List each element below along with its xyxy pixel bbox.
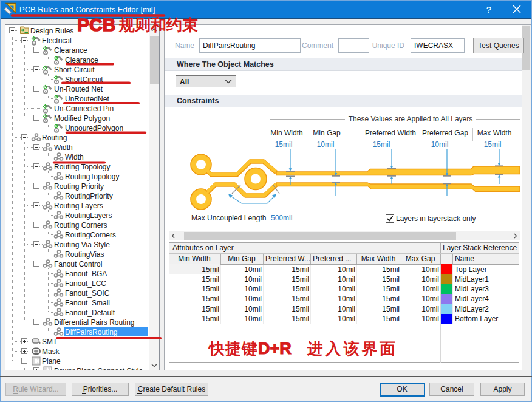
svg-text:IWECRASX: IWECRASX [414,41,453,50]
svg-text:10mil: 10mil [244,275,262,284]
svg-text:10mil: 10mil [244,305,262,313]
svg-text:OK: OK [397,385,407,393]
svg-text:Mask: Mask [42,347,60,356]
svg-text:D+R: D+R [258,339,292,358]
svg-text:10mil: 10mil [421,285,439,293]
svg-text:10mil: 10mil [421,295,439,303]
svg-text:Routing: Routing [42,134,67,142]
svg-text:Comment: Comment [302,41,334,50]
svg-text:Fanout_SOIC: Fanout_SOIC [65,289,110,298]
svg-text:Constraints: Constraints [177,97,219,105]
svg-text:15mil: 15mil [275,140,293,149]
svg-text:SMT: SMT [42,338,58,346]
svg-text:15mil: 15mil [202,265,219,274]
svg-text:15mil: 15mil [202,285,219,293]
svg-text:15mil: 15mil [292,285,309,293]
svg-text:Preferred Width: Preferred Width [365,129,416,137]
svg-text:15mil: 15mil [292,275,309,284]
svg-text:进入该界面: 进入该界面 [307,339,398,358]
svg-text:15mil: 15mil [382,295,400,303]
svg-text:Width: Width [65,153,84,162]
svg-text:Priorities...: Priorities... [83,385,118,393]
svg-text:15mil: 15mil [292,315,309,323]
svg-text:DiffPairsRouting: DiffPairsRouting [65,328,117,336]
svg-text:Preferred ...: Preferred ... [313,254,351,263]
svg-text:Name: Name [175,41,194,50]
svg-text:All: All [180,78,189,86]
svg-text:15mil: 15mil [292,265,309,274]
svg-text:Max Width: Max Width [361,254,396,263]
svg-text:10mil: 10mil [338,275,355,284]
svg-text:15mil: 15mil [202,295,219,303]
svg-text:Width: Width [54,143,73,152]
svg-text:10mil: 10mil [244,265,262,274]
svg-text:Design Rules: Design Rules [30,27,73,35]
svg-text:Min Gap: Min Gap [313,129,341,137]
svg-text:15mil: 15mil [382,275,400,284]
svg-text:Cancel: Cancel [440,385,463,393]
svg-text:MidLayer2: MidLayer2 [455,305,489,313]
svg-text:Layers in layerstack only: Layers in layerstack only [396,214,476,223]
svg-text:Attributes on Layer: Attributes on Layer [172,244,234,252]
svg-text:PCB Rules and Constraints Edit: PCB Rules and Constraints Editor [mil] [19,5,155,14]
svg-text:10mil: 10mil [421,275,439,284]
svg-text:Layer Stack Reference: Layer Stack Reference [443,244,517,252]
svg-text:10mil: 10mil [317,140,335,149]
svg-text:Fanout_BGA: Fanout_BGA [65,270,107,278]
svg-text:Fanout_Small: Fanout_Small [65,299,110,307]
svg-text:RoutingPriority: RoutingPriority [65,192,113,200]
svg-text:Max Uncoupled Length: Max Uncoupled Length [191,214,266,222]
svg-text:Test Queries: Test Queries [478,41,519,50]
svg-text:规则和约束: 规则和约束 [118,16,199,34]
svg-text:RoutingCorners: RoutingCorners [65,231,116,239]
svg-text:Electrical: Electrical [42,36,72,45]
svg-text:Apply: Apply [493,385,511,393]
svg-text:Bottom Layer: Bottom Layer [455,315,498,323]
svg-text:Create Default Rules: Create Default Rules [138,385,205,393]
svg-text:10mil: 10mil [421,305,439,313]
svg-text:PCB: PCB [77,15,115,35]
svg-text:快捷键: 快捷键 [208,339,258,358]
svg-text:Clearance: Clearance [54,46,87,55]
svg-text:15mil: 15mil [382,305,400,313]
svg-text:Rule Wizard...: Rule Wizard... [13,385,58,393]
svg-text:500mil: 500mil [271,214,292,222]
svg-text:UnpouredPolygon: UnpouredPolygon [65,124,123,132]
svg-text:Name: Name [455,254,474,263]
svg-text:Max Gap: Max Gap [406,254,435,263]
svg-text:10mil: 10mil [338,315,355,323]
svg-text:Routing Corners: Routing Corners [54,221,107,230]
svg-text:Top Layer: Top Layer [455,265,487,274]
svg-text:15mil: 15mil [382,315,400,323]
svg-text:Routing Via Style: Routing Via Style [54,240,110,249]
svg-text:RoutingTopology: RoutingTopology [65,172,119,181]
svg-text:10mil: 10mil [421,315,439,323]
svg-text:Fanout_Default: Fanout_Default [65,308,115,317]
svg-text:Plane: Plane [42,357,61,366]
svg-text:Short-Circuit: Short-Circuit [54,66,95,74]
svg-text:15mil: 15mil [373,140,390,149]
svg-text:15mil: 15mil [382,285,400,293]
svg-text:Min Width: Min Width [178,254,210,263]
svg-text:15mil: 15mil [382,265,400,274]
svg-text:15mil: 15mil [202,275,219,284]
svg-text:These Values are Applied to Al: These Values are Applied to All Layers [349,115,473,123]
svg-text:10mil: 10mil [338,295,355,303]
svg-text:10mil: 10mil [244,315,262,323]
svg-text:DiffPairsRouting: DiffPairsRouting [203,41,255,50]
svg-text:10mil: 10mil [338,285,355,293]
svg-text:Min Gap: Min Gap [228,254,256,263]
svg-text:Routing Layers: Routing Layers [54,202,103,210]
svg-text:10mil: 10mil [421,265,439,274]
svg-text:Preferred Gap: Preferred Gap [422,129,468,137]
svg-text:?: ? [486,4,491,15]
svg-text:15mil: 15mil [484,140,502,149]
svg-text:Fanout Control: Fanout Control [54,260,102,268]
svg-text:MidLayer4: MidLayer4 [455,295,489,303]
svg-text:15mil: 15mil [292,295,309,303]
svg-text:10mil: 10mil [244,285,262,293]
svg-text:Fanout_LCC: Fanout_LCC [65,279,106,288]
svg-text:Un-Routed Net: Un-Routed Net [54,85,103,94]
svg-text:UnRoutedNet: UnRoutedNet [65,95,109,103]
svg-text:10mil: 10mil [338,265,355,274]
